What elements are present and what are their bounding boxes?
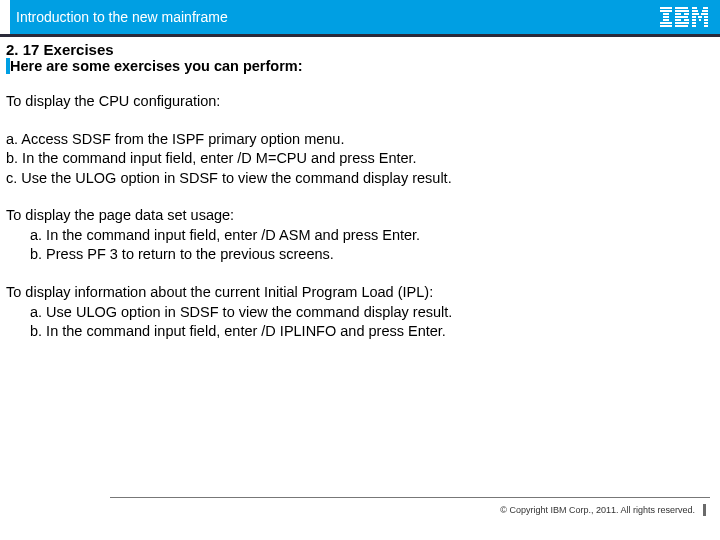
footer-row: © Copyright IBM Corp., 2011. All rights …	[0, 498, 720, 516]
exercise-block: To display information about the current…	[6, 283, 714, 342]
slide-header: Introduction to the new mainframe	[0, 0, 720, 34]
svg-rect-3	[663, 16, 669, 18]
svg-rect-18	[692, 10, 698, 12]
header-accent-block	[0, 0, 10, 34]
svg-rect-25	[692, 19, 696, 21]
svg-rect-30	[692, 25, 696, 27]
svg-rect-26	[699, 19, 701, 21]
svg-rect-1	[660, 10, 672, 12]
header-left: Introduction to the new mainframe	[0, 0, 228, 34]
svg-rect-14	[675, 22, 689, 24]
exercise-title: To display the CPU configuration:	[6, 92, 714, 112]
svg-rect-22	[692, 16, 696, 18]
svg-rect-27	[704, 19, 708, 21]
svg-rect-23	[698, 16, 702, 18]
svg-rect-19	[702, 10, 708, 12]
section-intro: Here are some exercises you can perform:	[10, 58, 303, 74]
exercise-step: a. Use ULOG option in SDSF to view the c…	[30, 303, 714, 323]
svg-rect-5	[660, 22, 672, 24]
svg-rect-24	[704, 16, 708, 18]
svg-rect-20	[692, 13, 699, 15]
svg-rect-2	[663, 13, 669, 15]
exercise-step: a. In the command input field, enter /D …	[30, 226, 714, 246]
svg-rect-10	[684, 13, 689, 15]
svg-rect-16	[692, 7, 697, 9]
exercise-title: To display the page data set usage:	[6, 206, 714, 226]
ibm-logo-icon	[660, 7, 708, 27]
svg-rect-9	[675, 13, 681, 15]
svg-rect-7	[675, 7, 688, 9]
footer-mark-icon	[703, 504, 706, 516]
svg-rect-29	[704, 22, 708, 24]
header-title: Introduction to the new mainframe	[16, 9, 228, 25]
svg-rect-6	[660, 25, 672, 27]
svg-rect-4	[663, 19, 669, 21]
slide-content: 2. 17 Exercises Here are some exercises …	[0, 37, 720, 342]
svg-rect-13	[684, 19, 689, 21]
exercise-steps: a. In the command input field, enter /D …	[6, 226, 714, 265]
svg-rect-21	[701, 13, 708, 15]
exercise-title: To display information about the current…	[6, 283, 714, 303]
exercise-step: b. In the command input field, enter /D …	[6, 149, 714, 169]
svg-rect-28	[692, 22, 696, 24]
slide-footer: © Copyright IBM Corp., 2011. All rights …	[0, 497, 720, 516]
exercise-step: c. Use the ULOG option in SDSF to view t…	[6, 169, 714, 189]
copyright-text: © Copyright IBM Corp., 2011. All rights …	[500, 505, 695, 515]
exercise-block: To display the page data set usage: a. I…	[6, 206, 714, 265]
section-heading: 2. 17 Exercises	[6, 41, 714, 58]
exercise-block: To display the CPU configuration:	[6, 92, 714, 112]
exercise-step: b. In the command input field, enter /D …	[30, 322, 714, 342]
exercise-step: a. Access SDSF from the ISPF primary opt…	[6, 130, 714, 150]
svg-rect-17	[703, 7, 708, 9]
svg-rect-11	[675, 16, 688, 18]
exercise-step: b. Press PF 3 to return to the previous …	[30, 245, 714, 265]
svg-rect-31	[704, 25, 708, 27]
svg-rect-0	[660, 7, 672, 9]
intro-row: Here are some exercises you can perform:	[6, 58, 714, 74]
svg-rect-12	[675, 19, 681, 21]
exercise-steps: a. Access SDSF from the ISPF primary opt…	[6, 130, 714, 189]
svg-rect-15	[675, 25, 688, 27]
svg-rect-8	[675, 10, 689, 12]
exercise-steps: a. Use ULOG option in SDSF to view the c…	[6, 303, 714, 342]
